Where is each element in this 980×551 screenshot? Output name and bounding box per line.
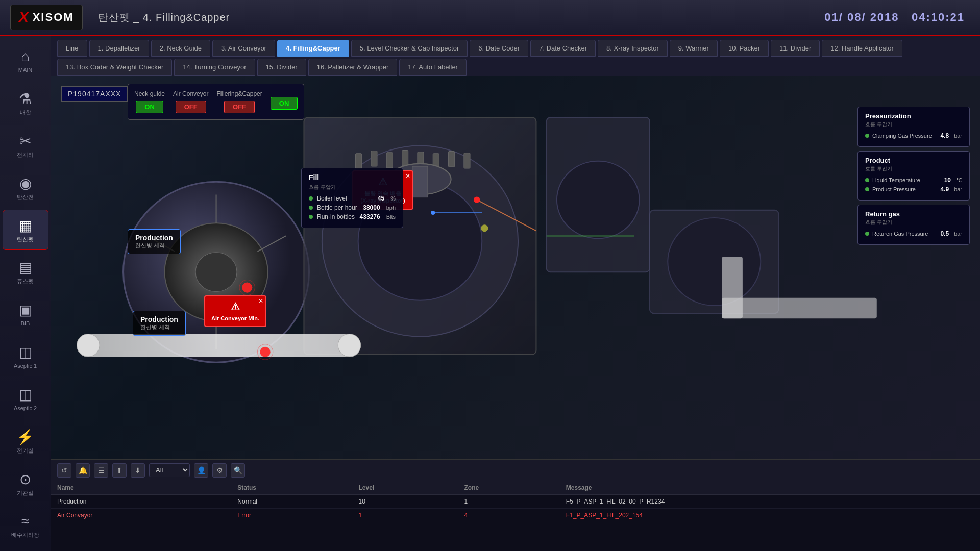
wastewater-icon: ≈ — [21, 513, 29, 530]
return-gas-row: Returen Gas Pressure 0.5 bar — [865, 230, 962, 237]
sidebar-label-main: MAIN — [18, 67, 33, 73]
col-status: Status — [231, 481, 352, 495]
product-title: Product — [865, 157, 962, 164]
sidebar-item-wastewater[interactable]: ≈ 배수처리장 — [3, 506, 48, 546]
aseptic1-icon: ◫ — [19, 344, 32, 361]
tab-depalletizer[interactable]: 1. Depalletizer — [89, 40, 149, 57]
ctrl-extra-btn[interactable]: ON — [271, 97, 298, 110]
tab-turning-conveyor[interactable]: 14. Turning Conveyor — [174, 59, 255, 76]
prod-title-2: Production — [140, 315, 178, 323]
product-subtitle: 흐름 투압기 — [865, 165, 962, 172]
sidebar-item-carbonated-before[interactable]: ◉ 탄산전 — [3, 167, 48, 208]
tab-date-checker[interactable]: 7. Date Checker — [530, 40, 596, 57]
log-search-btn[interactable]: 🔍 — [231, 463, 245, 478]
sidebar-item-preprocess[interactable]: ✂ 전처리 — [3, 126, 48, 166]
product-val-temp: 10 — [944, 177, 951, 184]
ctrl-extra: ON — [271, 94, 298, 110]
fill-panel-subtitle: 흐름 투압기 — [309, 184, 396, 191]
sidebar-label-preprocess: 전처리 — [17, 152, 34, 158]
sidebar-item-blend[interactable]: ⚗ 배합 — [3, 83, 48, 123]
log-row-air-level: 1 — [353, 509, 458, 522]
tab-divider-11[interactable]: 11. Divider — [771, 40, 820, 57]
return-gas-panel: Return gas 흐름 투압기 Returen Gas Pressure 0… — [857, 205, 970, 245]
sidebar-item-electrical[interactable]: ⚡ 전기실 — [3, 421, 48, 461]
return-gas-val: 0.5 — [940, 230, 949, 237]
fill-unit-runin: Blts — [386, 214, 396, 220]
tab-date-coder[interactable]: 6. Date Coder — [470, 40, 528, 57]
fill-key-runin: Run-in bottles — [317, 213, 356, 220]
blend-icon: ⚗ — [19, 90, 32, 107]
log-download-btn[interactable]: ⬇ — [131, 463, 145, 478]
tab-divider-15[interactable]: 15. Divider — [257, 59, 306, 76]
log-row-production-message: F5_P_ASP_1_FIL_02_00_P_R1234 — [560, 495, 980, 509]
log-row-production-status: Normal — [231, 495, 352, 509]
log-row-air-status: Error — [231, 509, 352, 522]
ctrl-filler-capper-label: Fillering&Capper — [216, 90, 262, 97]
product-dot-pressure — [865, 187, 869, 191]
panel-id: P190417AXXX — [61, 86, 128, 102]
fill-dot-runin — [309, 215, 313, 219]
fill-key-boiler: Boiler level — [317, 195, 374, 202]
log-refresh-btn[interactable]: ↺ — [57, 463, 71, 478]
tab-xray-inspector[interactable]: 8. X-ray Inspector — [598, 40, 668, 57]
sidebar-item-bib[interactable]: ▣ BIB — [3, 294, 48, 335]
ctrl-filler-capper-btn[interactable]: OFF — [224, 101, 255, 113]
header: X XISOM 탄산펫 _ 4. Filling&Capper 01/ 08/ … — [0, 0, 980, 36]
log-export-btn[interactable]: ⬆ — [112, 463, 127, 478]
sidebar-item-juice-pet[interactable]: ▤ 쥬스펫 — [3, 252, 48, 292]
main-container: ⌂ MAIN ⚗ 배합 ✂ 전처리 ◉ 탄산전 ▦ 탄산펫 ▤ 쥬스펫 ▣ BI… — [0, 36, 980, 551]
log-user-btn[interactable]: 👤 — [194, 463, 208, 478]
log-row-air-name: Air Convayor — [51, 509, 231, 522]
sidebar-item-aseptic1[interactable]: ◫ Aseptic 1 — [3, 337, 48, 377]
tab-handle-applicator[interactable]: 12. Handle Applicator — [822, 40, 902, 57]
prod-title-1: Production — [135, 234, 173, 242]
sidebar-label-aseptic1: Aseptic 1 — [14, 363, 37, 369]
log-row-production-level: 10 — [353, 495, 458, 509]
log-alarm-btn[interactable]: 🔔 — [76, 463, 90, 478]
log-row-air-message: F1_P_ASP_1_FIL_202_154 — [560, 509, 980, 522]
log-filter-btn[interactable]: ☰ — [94, 463, 108, 478]
return-gas-unit: bar — [954, 231, 962, 237]
tab-air-conveyor[interactable]: 3. Air Conveyor — [212, 40, 275, 57]
page-title: 탄산펫 _ 4. Filling&Capper — [98, 11, 230, 24]
sidebar-label-carbonated-before: 탄산전 — [17, 194, 34, 201]
tab-warmer[interactable]: 9. Warmer — [670, 40, 718, 57]
ctrl-air-conveyor-btn[interactable]: OFF — [176, 101, 206, 113]
log-settings-btn[interactable]: ⚙ — [212, 463, 227, 478]
aseptic2-icon: ◫ — [19, 386, 32, 403]
logo-text: XISOM — [33, 11, 74, 24]
tab-level-checker[interactable]: 5. Level Checker & Cap Inspector — [351, 40, 468, 57]
ctrl-neck-guide-btn[interactable]: ON — [136, 101, 163, 113]
logo-x-icon: X — [19, 9, 29, 26]
tab-box-coder[interactable]: 13. Box Coder & Weight Checker — [57, 59, 172, 76]
alert-xray-close-btn[interactable]: ✕ — [405, 172, 410, 180]
return-gas-title: Return gas — [865, 210, 962, 218]
log-row-air-convayor: Air Convayor Error 1 4 F1_P_ASP_1_FIL_20… — [51, 509, 980, 522]
sidebar-item-mechanical[interactable]: ⊙ 기관실 — [3, 463, 48, 504]
sidebar-label-bib: BIB — [21, 320, 30, 327]
log-table-header: Name Status Level Zone Message — [51, 481, 980, 495]
sidebar-item-main[interactable]: ⌂ MAIN — [3, 41, 48, 81]
sidebar-item-carbonated-pet[interactable]: ▦ 탄산펫 — [3, 210, 48, 250]
mechanical-icon: ⊙ — [19, 471, 31, 488]
pressure-dot-clamping — [865, 134, 869, 138]
col-zone: Zone — [458, 481, 559, 495]
sidebar-item-aseptic2[interactable]: ◫ Aseptic 2 — [3, 379, 48, 419]
tab-line[interactable]: Line — [57, 40, 87, 57]
col-name: Name — [51, 481, 231, 495]
sidebar-label-electrical: 전기실 — [17, 447, 34, 454]
preprocess-icon: ✂ — [19, 133, 31, 149]
datetime: 01/ 08/ 2018 04:10:21 — [824, 11, 965, 24]
alert-conveyor: ✕ ⚠ Air Conveyor Min. — [204, 295, 266, 327]
tab-packer[interactable]: 10. Packer — [720, 40, 769, 57]
alert-conveyor-close-btn[interactable]: ✕ — [258, 297, 263, 305]
log-filter-select[interactable]: All Error Normal — [149, 463, 190, 477]
pressurization-subtitle: 흐름 투압기 — [865, 121, 962, 128]
fill-dot-bottle — [309, 206, 313, 210]
tab-auto-labeller[interactable]: 17. Auto Labeller — [399, 59, 467, 76]
product-row-temp: Liquid Temperature 10 ℃ — [865, 177, 962, 184]
tab-palletizer[interactable]: 16. Palletizer & Wrapper — [308, 59, 398, 76]
machine-background — [51, 76, 980, 459]
tab-neck-guide[interactable]: 2. Neck Guide — [151, 40, 210, 57]
tab-filling-capper[interactable]: 4. Filling&Capper — [277, 40, 349, 57]
